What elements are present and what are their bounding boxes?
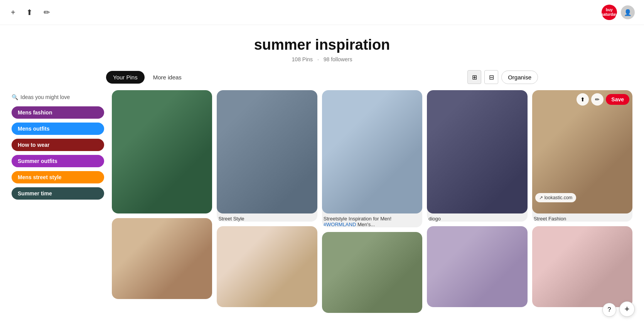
search-icon: 🔍 — [12, 94, 18, 100]
pin-card[interactable]: Streetstyle Inspiration for Men! #WORMLA… — [322, 90, 422, 227]
view-large-grid[interactable]: ⊞ — [467, 70, 481, 84]
pin-card[interactable] — [217, 226, 317, 307]
pin-card[interactable] — [112, 90, 212, 213]
pin-column-2: Street Style — [217, 90, 317, 307]
view-small-grid[interactable]: ⊟ — [484, 70, 498, 84]
page-header: summer inspiration 108 Pins · 98 followe… — [0, 25, 644, 70]
sidebar-search-label: 🔍 Ideas you might love — [12, 94, 104, 100]
tabs-right: ⊞ ⊟ Organise — [467, 70, 538, 84]
link-badge[interactable]: ↗ lookastic.com — [535, 193, 577, 202]
pin-label: Street Style — [217, 213, 317, 222]
tabs-bar: Your Pins More ideas ⊞ ⊟ Organise — [91, 70, 553, 90]
pin-column-5: ⬆ ✏ Save ↗ lookastic.com Street Fashion — [532, 90, 632, 307]
share-button[interactable]: ⬆ — [25, 6, 34, 18]
link-icon: ↗ — [539, 195, 543, 200]
tab-your-pins[interactable]: Your Pins — [106, 71, 145, 84]
add-button[interactable]: + — [9, 7, 17, 18]
sidebar-title: Ideas you might love — [20, 94, 70, 100]
chip-mens-fashion[interactable]: Mens fashion — [12, 106, 104, 119]
separator: · — [317, 56, 319, 62]
pins-count: 108 Pins — [292, 56, 313, 62]
profile-button[interactable]: 👤 — [621, 5, 635, 19]
pins-area: Street Style Streetstyle Inspiration for… — [112, 90, 632, 313]
page-meta: 108 Pins · 98 followers — [0, 56, 644, 62]
pin-label: Streetstyle Inspiration for Men! #WORMLA… — [322, 213, 422, 227]
chip-how-to-wear[interactable]: How to wear — [12, 139, 104, 151]
chip-mens-outfits[interactable]: Mens outfits — [12, 123, 104, 135]
followers-count: 98 followers — [324, 56, 352, 62]
pin-column-1 — [112, 90, 212, 299]
pin-card[interactable]: Street Style — [217, 90, 317, 222]
tabs-left: Your Pins More ideas — [106, 71, 189, 84]
save-button[interactable]: Save — [606, 94, 629, 105]
chip-mens-street-style[interactable]: Mens street style — [12, 171, 104, 183]
chip-summer-time[interactable]: Summer time — [12, 187, 104, 200]
sidebar: 🔍 Ideas you might love Mens fashion Mens… — [12, 90, 104, 313]
chip-summer-outfits[interactable]: Summer outfits — [12, 155, 104, 167]
toolbar-left: + ⬆ ✏ — [9, 6, 52, 18]
edit-button[interactable]: ✏ — [42, 6, 52, 18]
pin-label: Street Fashion — [532, 213, 632, 222]
top-toolbar: + ⬆ ✏ buy saturday 👤 — [0, 0, 644, 25]
logo: buy saturday — [602, 5, 617, 20]
pin-card-featured[interactable]: ⬆ ✏ Save ↗ lookastic.com Street Fashion — [532, 90, 632, 222]
organise-button[interactable]: Organise — [501, 71, 538, 84]
toolbar-right: buy saturday 👤 — [602, 5, 635, 20]
pin-edit-button[interactable]: ✏ — [591, 93, 604, 106]
pin-label: diogo — [427, 213, 527, 222]
page-title: summer inspiration — [0, 37, 644, 53]
link-text: lookastic.com — [545, 195, 573, 200]
main-layout: 🔍 Ideas you might love Mens fashion Mens… — [4, 90, 640, 313]
pin-overlay-top: ⬆ ✏ Save — [577, 93, 629, 106]
pin-column-3: Streetstyle Inspiration for Men! #WORMLA… — [322, 90, 422, 313]
pin-card[interactable] — [112, 218, 212, 299]
pin-upload-button[interactable]: ⬆ — [577, 93, 589, 106]
pins-columns: Street Style Streetstyle Inspiration for… — [112, 90, 632, 313]
pin-card[interactable]: diogo — [427, 90, 527, 222]
pin-card[interactable] — [322, 232, 422, 313]
pin-card[interactable] — [532, 226, 632, 307]
tab-more-ideas[interactable]: More ideas — [146, 71, 189, 84]
pin-card[interactable] — [427, 226, 527, 307]
pin-column-4: diogo — [427, 90, 527, 307]
